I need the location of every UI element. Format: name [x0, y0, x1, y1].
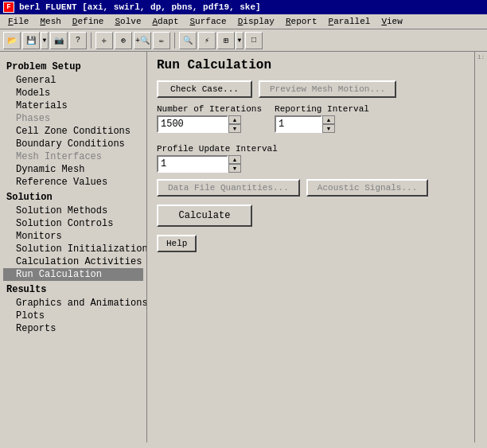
sidebar-item-plots[interactable]: Plots	[3, 310, 143, 322]
sidebar-item-solution-initialization[interactable]: Solution Initialization	[3, 243, 143, 255]
menu-item-solve[interactable]: Solve	[110, 16, 146, 27]
menu-item-surface[interactable]: Surface	[185, 16, 232, 27]
sidebar-section-problem-setup: Problem Setup	[3, 61, 143, 72]
reporting-interval-group: Reporting Interval ▲ ▼	[275, 104, 369, 133]
menu-item-adapt[interactable]: Adapt	[147, 16, 183, 27]
num-iterations-spinner: ▲ ▼	[157, 115, 262, 133]
acoustic-button[interactable]: Acoustic Signals...	[306, 179, 428, 197]
profile-update-down[interactable]: ▼	[228, 164, 241, 173]
num-iterations-up[interactable]: ▲	[228, 115, 241, 124]
profile-update-up[interactable]: ▲	[228, 155, 241, 164]
help-button[interactable]: Help	[157, 235, 197, 252]
toolbar-grid[interactable]: ⊞	[217, 32, 235, 49]
toolbar-camera[interactable]: 📷	[50, 32, 68, 49]
toolbar-zoom-fit[interactable]: ⊕	[115, 32, 132, 49]
sidebar-item-dynamic-mesh[interactable]: Dynamic Mesh	[3, 163, 143, 176]
sidebar-item-run-calculation[interactable]: Run Calculation	[3, 268, 143, 281]
title-bar: F berl FLUENT [axi, swirl, dp, pbns, pdf…	[0, 0, 487, 14]
sidebar-item-models[interactable]: Models	[3, 87, 143, 99]
sidebar: Problem SetupGeneralModelsMaterialsPhase…	[0, 52, 147, 442]
sidebar-item-reference-values[interactable]: Reference Values	[3, 176, 143, 189]
toolbar-arrow-down[interactable]: ▼	[41, 32, 49, 49]
toolbar: 📂 💾 ▼ 📷 ? ✛ ⊕ +🔍 ✏ 🔍 ⚡ ⊞ ▼ □	[0, 29, 487, 52]
reporting-interval-down[interactable]: ▼	[322, 124, 335, 133]
toolbar-zoom-in[interactable]: +🔍	[134, 32, 151, 49]
sidebar-item-boundary-conditions[interactable]: Boundary Conditions	[3, 138, 143, 150]
toolbar-help[interactable]: ?	[69, 32, 87, 49]
toolbar-sep-2	[174, 33, 175, 49]
menu-item-parallel[interactable]: Parallel	[324, 16, 376, 27]
menu-item-display[interactable]: Display	[233, 16, 279, 27]
calculate-button[interactable]: Calculate	[157, 205, 252, 227]
sidebar-item-calculation-activities[interactable]: Calculation Activities	[3, 255, 143, 268]
preview-mesh-button[interactable]: Preview Mesh Motion...	[259, 80, 396, 98]
sidebar-item-graphics-and-animations[interactable]: Graphics and Animations	[3, 297, 143, 310]
menu-item-report[interactable]: Report	[281, 16, 322, 27]
sidebar-item-general[interactable]: General	[3, 74, 143, 87]
sidebar-item-cell-zone-conditions[interactable]: Cell Zone Conditions	[3, 125, 143, 138]
sidebar-item-materials[interactable]: Materials	[3, 99, 143, 112]
menu-item-view[interactable]: View	[376, 16, 407, 27]
reporting-interval-label: Reporting Interval	[275, 104, 369, 114]
app-icon: F	[3, 2, 14, 13]
sidebar-item-reports[interactable]: Reports	[3, 322, 143, 335]
panel-title: Run Calculation	[157, 58, 465, 72]
top-button-row: Check Case... Preview Mesh Motion...	[157, 80, 465, 98]
toolbar-save[interactable]: 💾	[22, 32, 40, 49]
iterations-row: Number of Iterations ▲ ▼ Reporting Inter…	[157, 104, 465, 139]
toolbar-open[interactable]: 📂	[3, 32, 21, 49]
sidebar-item-solution-controls[interactable]: Solution Controls	[3, 217, 143, 230]
sidebar-item-mesh-interfaces: Mesh Interfaces	[3, 150, 143, 163]
num-iterations-input[interactable]	[157, 115, 228, 133]
sidebar-item-phases: Phases	[3, 112, 143, 125]
profile-update-group: Profile Update Interval ▲ ▼	[157, 144, 465, 173]
profile-update-input[interactable]	[157, 155, 228, 173]
num-iterations-group: Number of Iterations ▲ ▼	[157, 104, 262, 133]
menu-item-define[interactable]: Define	[68, 16, 109, 27]
toolbar-arrow-down2[interactable]: ▼	[236, 32, 243, 49]
main-layout: Problem SetupGeneralModelsMaterialsPhase…	[0, 52, 487, 442]
num-iterations-down[interactable]: ▼	[228, 124, 241, 133]
check-case-button[interactable]: Check Case...	[157, 80, 252, 98]
sidebar-section-results: Results	[3, 284, 143, 295]
toolbar-move[interactable]: ✛	[95, 32, 113, 49]
menu-item-file[interactable]: File	[3, 16, 33, 27]
profile-update-spinner: ▲ ▼	[157, 155, 465, 173]
title-text: berl FLUENT [axi, swirl, dp, pbns, pdf19…	[19, 2, 261, 12]
reporting-interval-spinner-btns: ▲ ▼	[322, 115, 335, 133]
profile-update-label: Profile Update Interval	[157, 144, 465, 154]
toolbar-probe[interactable]: ✏	[153, 32, 170, 49]
data-file-button[interactable]: Data File Quantities...	[157, 179, 300, 197]
toolbar-view[interactable]: 🔍	[179, 32, 197, 49]
right-scrollbar: 1:	[474, 52, 487, 442]
num-iterations-spinner-btns: ▲ ▼	[228, 115, 241, 133]
menu-bar: FileMeshDefineSolveAdaptSurfaceDisplayRe…	[0, 14, 487, 29]
profile-update-spinner-btns: ▲ ▼	[228, 155, 241, 173]
toolbar-sep-1	[91, 33, 92, 49]
reporting-interval-input[interactable]	[275, 115, 322, 133]
menu-item-mesh[interactable]: Mesh	[35, 16, 65, 27]
sidebar-item-monitors[interactable]: Monitors	[3, 230, 143, 243]
num-iterations-label: Number of Iterations	[157, 104, 262, 114]
toolbar-tri[interactable]: ⚡	[198, 32, 216, 49]
data-button-row: Data File Quantities... Acoustic Signals…	[157, 179, 465, 197]
reporting-interval-up[interactable]: ▲	[322, 115, 335, 124]
toolbar-square[interactable]: □	[245, 32, 263, 49]
content-area: Run Calculation Check Case... Preview Me…	[147, 52, 474, 442]
reporting-interval-spinner: ▲ ▼	[275, 115, 369, 133]
sidebar-section-solution: Solution	[3, 192, 143, 203]
sidebar-item-solution-methods[interactable]: Solution Methods	[3, 205, 143, 217]
